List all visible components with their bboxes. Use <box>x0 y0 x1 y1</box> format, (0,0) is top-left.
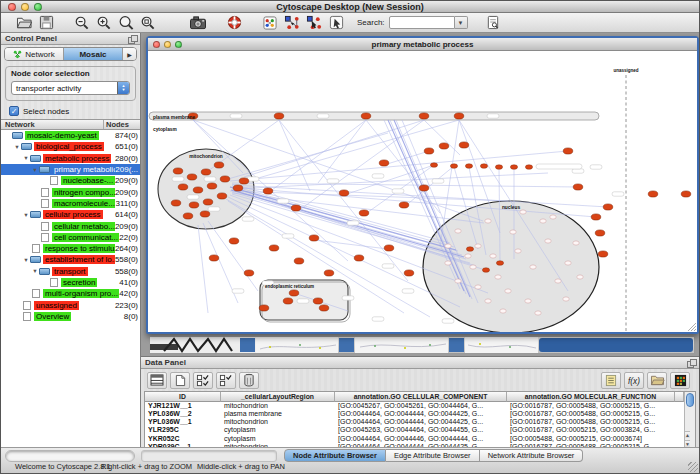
table-cell: [GO:0044464, GO:0044444, GO:0044425, G..… <box>335 410 507 418</box>
select-mode-icon[interactable] <box>325 13 347 32</box>
tree-item[interactable]: macromolecule...311(0) <box>1 198 140 209</box>
table-row[interactable]: YKR052Ccytoplasm[GO:0044464, GO:0044446,… <box>145 435 684 443</box>
column-header[interactable]: annotation.GO CELLULAR_COMPONENT <box>335 392 507 402</box>
help-icon[interactable] <box>223 13 245 32</box>
tree-item-count: 209(... <box>115 165 140 174</box>
new-attribute-icon[interactable] <box>170 372 190 389</box>
zoom-selected-icon[interactable] <box>137 13 159 32</box>
minimize-button[interactable] <box>21 3 29 11</box>
zoom-in-icon[interactable] <box>93 13 115 32</box>
tree-item[interactable]: cellular metabo...209(0) <box>1 220 140 231</box>
float-data-panel-icon[interactable] <box>687 359 695 366</box>
table-cell: [GO:0016787, GO:0005488, GO:0005215, G..… <box>507 402 675 410</box>
tree-item[interactable]: response to stimulu...264(0) <box>1 243 140 254</box>
select-nodes-checkbox[interactable]: ✓ <box>9 106 19 116</box>
table-row[interactable]: YLR295Ccytoplasm[GO:0045263, GO:0044464,… <box>145 426 684 434</box>
control-panel-title: Control Panel <box>5 34 128 43</box>
zoom-window-button[interactable] <box>34 3 42 11</box>
tree-item-count: 42(0) <box>119 289 140 298</box>
tree-item[interactable]: multi-organism pro...42(0) <box>1 288 140 299</box>
tab-node-attribute-browser[interactable]: Node Attribute Browser <box>284 449 386 462</box>
attribute-table[interactable]: ID_cellularLayoutRegionannotation.GO CEL… <box>145 392 684 448</box>
app-resize-grip[interactable] <box>688 462 698 472</box>
open-session-icon[interactable] <box>13 13 35 32</box>
file-icon <box>41 222 49 231</box>
node-color-dropdown[interactable]: transporter activity ▲▼ <box>11 81 130 95</box>
tab-network-attribute-browser[interactable]: Network Attribute Browser <box>480 449 584 462</box>
function-builder-icon[interactable]: f(x) <box>624 372 644 389</box>
tab-network[interactable]: Network <box>5 48 64 60</box>
delete-attribute-icon[interactable] <box>239 372 259 389</box>
folder-icon <box>12 132 23 139</box>
tree-item-label: transport <box>52 267 88 276</box>
tree-item-count: 264(0) <box>115 244 140 253</box>
unhide-all-icon[interactable] <box>303 13 325 32</box>
float-panel-icon[interactable] <box>128 35 136 42</box>
tree-item[interactable]: secretion41(0) <box>1 277 140 288</box>
view-zoom-button[interactable] <box>175 41 182 48</box>
snapshot-icon[interactable] <box>187 13 209 32</box>
tree-header-network[interactable]: Network <box>1 120 104 129</box>
network-view-titlebar[interactable]: primary metabolic process <box>148 38 697 51</box>
column-header[interactable]: annotation.GO MOLECULAR_FUNCTION <box>507 392 675 402</box>
tree-item[interactable]: mosaic-demo-yeast874(0) <box>1 130 140 141</box>
tree-item-label: response to stimulu... <box>43 244 115 253</box>
window-resize-grip[interactable] <box>688 323 696 331</box>
tab-overflow-arrow[interactable]: ▶ <box>123 48 136 60</box>
tree-item[interactable]: unassigned223(0) <box>1 299 140 310</box>
tree-item-label: biological_process <box>34 142 104 151</box>
tree-item[interactable]: cell communicat...22(0) <box>1 232 140 243</box>
search-dropdown-button[interactable]: ▼ <box>455 16 468 29</box>
background-windows[interactable] <box>149 336 695 354</box>
network-tab-icon <box>13 50 22 59</box>
scroll-up-arrow[interactable]: ▲ <box>685 431 690 438</box>
file-icon <box>23 312 31 321</box>
tree-item[interactable]: ▼establishment of lo...558(0) <box>1 254 140 265</box>
table-row[interactable]: YPL036W__2plasma membrane[GO:0044464, GO… <box>145 410 684 418</box>
tab-mosaic[interactable]: Mosaic <box>64 48 123 60</box>
network-overview-icon[interactable] <box>259 13 281 32</box>
tree-item[interactable]: ▼biological_process651(0) <box>1 141 140 152</box>
attribute-list-icon[interactable] <box>601 372 621 389</box>
tree-item[interactable]: nitrogen compo...209(0) <box>1 186 140 197</box>
attribute-table-icon[interactable] <box>147 372 167 389</box>
search-options-icon[interactable] <box>482 13 504 32</box>
table-row[interactable]: YJR121W__1mitochondrion[GO:0045267, GO:0… <box>145 402 684 410</box>
select-attributes-icon[interactable] <box>193 372 213 389</box>
table-scrollbar[interactable]: ▲ ▼ <box>684 392 695 448</box>
scrollbar-thumb[interactable] <box>686 393 694 407</box>
column-header[interactable]: _cellularLayoutRegion <box>221 392 335 402</box>
tree-item[interactable]: ▼primary metabolic process209(... <box>1 164 140 175</box>
unselect-attributes-icon[interactable] <box>216 372 236 389</box>
tree-item[interactable]: nucleobase-...209(0) <box>1 175 140 186</box>
table-row[interactable]: YPL036W__1mitochondrion[GO:0044464, GO:0… <box>145 418 684 426</box>
import-attributes-icon[interactable] <box>647 372 667 389</box>
tree-item[interactable]: ▼transport558(0) <box>1 266 140 277</box>
tree-header-nodes[interactable]: Nodes <box>104 120 140 129</box>
plasma-membrane-label: plasma membrane <box>153 115 195 120</box>
zoom-out-icon[interactable] <box>71 13 93 32</box>
save-session-icon[interactable] <box>35 13 57 32</box>
folder-icon <box>30 211 41 218</box>
data-panel-header: Data Panel <box>141 357 699 369</box>
zoom-fit-icon[interactable] <box>115 13 137 32</box>
folder-icon <box>30 155 41 162</box>
file-icon <box>23 301 31 310</box>
tree-item-count: 558(0) <box>115 267 140 276</box>
scroll-down-arrow[interactable]: ▼ <box>685 440 690 447</box>
mdi-desktop: primary metabolic process <box>141 33 699 356</box>
view-close-button[interactable] <box>153 41 160 48</box>
tree-item[interactable]: ▼metabolic process280(0) <box>1 153 140 164</box>
view-minimize-button[interactable] <box>164 41 171 48</box>
tab-edge-attribute-browser[interactable]: Edge Attribute Browser <box>386 449 480 462</box>
hide-selected-icon[interactable] <box>281 13 303 32</box>
browser-tabs: Node Attribute BrowserEdge Attribute Bro… <box>284 449 583 462</box>
network-canvas[interactable]: plasma membrane cytoplasm mitochondrion … <box>148 51 697 332</box>
tree-item[interactable]: ▼cellular process614(0) <box>1 209 140 220</box>
close-button[interactable] <box>8 3 16 11</box>
mapping-matrix-icon[interactable] <box>670 372 690 389</box>
search-input[interactable] <box>389 16 455 29</box>
tree-item[interactable]: Overview8(0) <box>1 311 140 322</box>
column-header[interactable]: ID <box>145 392 221 402</box>
tab-network-label: Network <box>25 50 54 59</box>
